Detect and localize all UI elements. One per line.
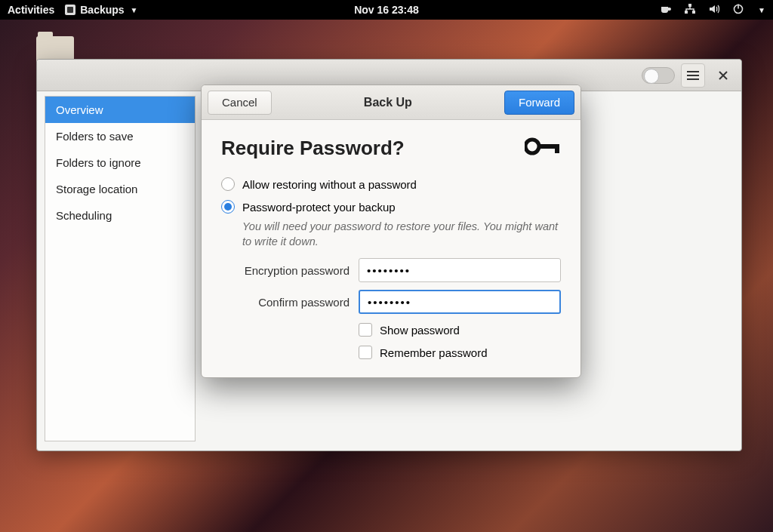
svg-rect-4 — [738, 4, 739, 8]
volume-icon[interactable] — [708, 3, 720, 17]
svg-rect-1 — [685, 11, 688, 14]
checkbox-unchecked-icon — [359, 346, 372, 359]
sidebar-item-folders-to-ignore[interactable]: Folders to ignore — [45, 149, 195, 176]
key-icon — [525, 135, 561, 161]
option-allow-restoring[interactable]: Allow restoring without a password — [221, 177, 561, 191]
svg-rect-2 — [692, 11, 695, 14]
app-menu[interactable]: Backups ▼ — [65, 4, 137, 16]
app-menu-label: Backups — [80, 4, 124, 16]
confirm-password-label: Confirm password — [221, 296, 350, 309]
svg-point-8 — [525, 140, 539, 153]
remember-password-label: Remember password — [380, 346, 488, 359]
svg-rect-5 — [687, 71, 699, 72]
svg-rect-6 — [687, 75, 699, 76]
clock[interactable]: Nov 16 23:48 — [354, 4, 419, 16]
gnome-top-bar: Activities Backups ▼ Nov 16 23:48 ▼ — [0, 0, 773, 20]
confirm-password-input[interactable] — [359, 290, 561, 314]
network-icon[interactable] — [684, 3, 696, 17]
forward-button[interactable]: Forward — [504, 91, 574, 115]
chevron-down-icon: ▼ — [131, 6, 138, 14]
backup-password-dialog: Cancel Back Up Forward Require Password?… — [201, 85, 581, 378]
show-password-checkbox[interactable]: Show password — [359, 323, 561, 337]
activities-button[interactable]: Activities — [8, 4, 54, 16]
close-icon — [718, 70, 728, 81]
svg-rect-7 — [687, 78, 699, 80]
password-hint-text: You will need your password to restore y… — [242, 220, 559, 249]
backups-app-icon — [65, 5, 75, 15]
svg-rect-0 — [688, 4, 691, 7]
option-allow-label: Allow restoring without a password — [242, 178, 417, 191]
dialog-heading: Require Password? — [221, 137, 405, 160]
dialog-header: Cancel Back Up Forward — [202, 85, 581, 120]
radio-unchecked-icon — [221, 177, 235, 191]
hamburger-menu-button[interactable] — [681, 63, 705, 88]
system-menu-chevron-icon[interactable]: ▼ — [758, 6, 765, 14]
option-protect-label: Password-protect your backup — [242, 201, 396, 214]
svg-rect-10 — [555, 144, 559, 153]
sidebar-item-folders-to-save[interactable]: Folders to save — [45, 123, 195, 149]
encryption-password-label: Encryption password — [221, 264, 350, 277]
checkbox-unchecked-icon — [359, 323, 372, 337]
cancel-button[interactable]: Cancel — [208, 91, 272, 115]
option-password-protect[interactable]: Password-protect your backup — [221, 200, 561, 214]
preferences-sidebar: Overview Folders to save Folders to igno… — [45, 96, 196, 441]
sidebar-item-overview[interactable]: Overview — [45, 97, 195, 123]
radio-checked-icon — [221, 200, 235, 214]
sidebar-item-storage-location[interactable]: Storage location — [45, 176, 195, 202]
show-password-label: Show password — [380, 324, 460, 337]
hamburger-icon — [687, 70, 699, 81]
sidebar-item-scheduling[interactable]: Scheduling — [45, 202, 195, 229]
remember-password-checkbox[interactable]: Remember password — [359, 346, 561, 359]
caffeine-icon[interactable] — [660, 3, 672, 17]
window-close-button[interactable] — [711, 63, 735, 88]
automatic-backup-toggle[interactable] — [642, 67, 675, 84]
power-icon[interactable] — [732, 3, 744, 17]
dialog-title: Back Up — [364, 96, 412, 109]
encryption-password-input[interactable] — [359, 258, 561, 282]
